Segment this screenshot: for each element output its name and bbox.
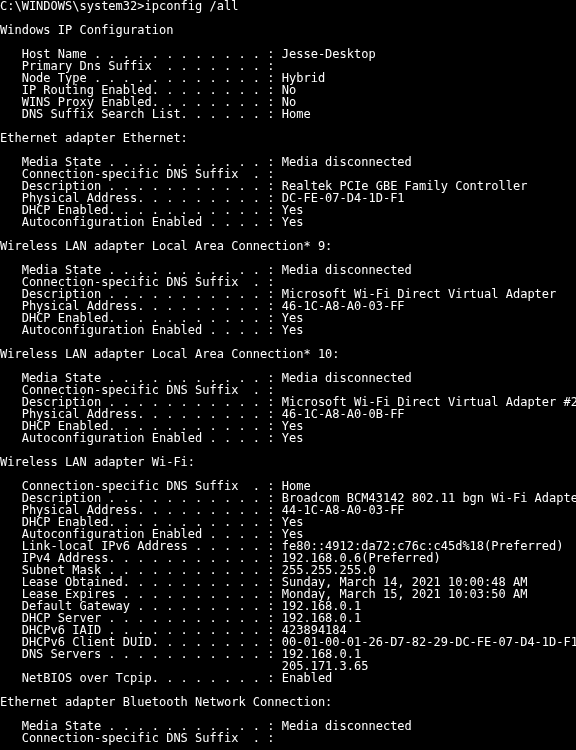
adapter-title: Wireless LAN adapter Wi-Fi: xyxy=(0,456,576,468)
adapter-title: Ethernet adapter Ethernet: xyxy=(0,132,576,144)
config-row: Autoconfiguration Enabled . . . . : Yes xyxy=(0,432,576,444)
config-row: NetBIOS over Tcpip. . . . . . . . : Enab… xyxy=(0,672,576,684)
adapter-title: Ethernet adapter Bluetooth Network Conne… xyxy=(0,696,576,708)
config-row: Autoconfiguration Enabled . . . . : Yes xyxy=(0,324,576,336)
config-row: Autoconfiguration Enabled . . . . : Yes xyxy=(0,216,576,228)
command-prompt-line: C:\WINDOWS\system32>ipconfig /all xyxy=(0,0,576,12)
config-row: DNS Suffix Search List. . . . . . : Home xyxy=(0,108,576,120)
terminal-output: C:\WINDOWS\system32>ipconfig /allWindows… xyxy=(0,0,576,744)
section-header: Windows IP Configuration xyxy=(0,24,576,36)
adapter-title: Wireless LAN adapter Local Area Connecti… xyxy=(0,240,576,252)
adapter-title: Wireless LAN adapter Local Area Connecti… xyxy=(0,348,576,360)
config-row: Connection-specific DNS Suffix . : xyxy=(0,732,576,744)
